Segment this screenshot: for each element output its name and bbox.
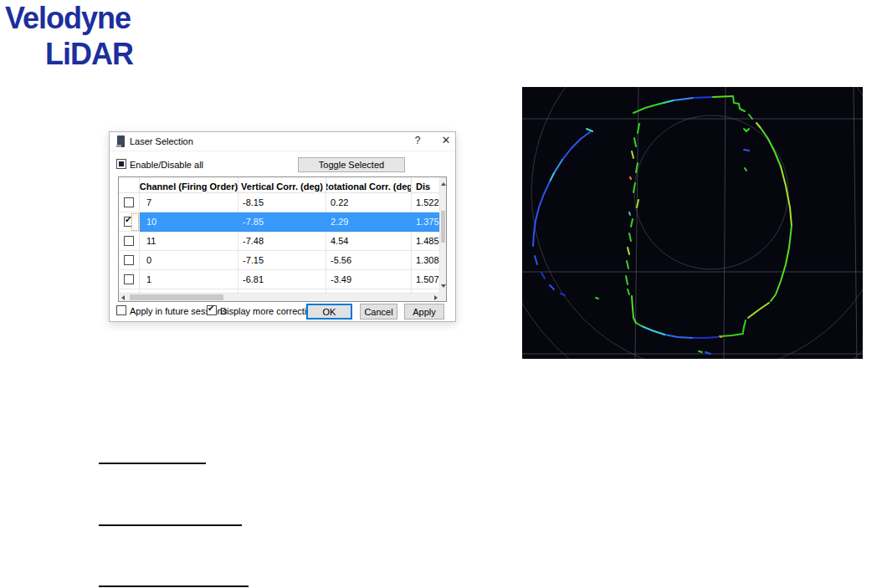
column-header-rotational-corr[interactable]: Rotational Corr. (deg) xyxy=(326,177,412,193)
table-cell: 1.522 xyxy=(412,193,440,212)
table-cell: -5.56 xyxy=(326,251,412,270)
table-cell: -7.48 xyxy=(238,232,326,251)
apply-button[interactable]: Apply xyxy=(404,304,444,320)
enable-all-checkbox[interactable] xyxy=(116,159,126,169)
dialog-footer: Apply in future sessions Display more co… xyxy=(110,304,457,320)
laser-table-body: 7-8.150.221.52210-7.852.291.37511-7.484.… xyxy=(119,193,440,289)
pointcloud-figure xyxy=(522,87,863,359)
row-checkbox[interactable] xyxy=(124,197,134,207)
table-row[interactable]: 11-7.484.541.485 xyxy=(119,232,440,251)
table-cell: -7.85 xyxy=(238,212,326,232)
column-header-channel[interactable]: Channel (Firing Order) xyxy=(140,177,238,193)
table-cell: -7.15 xyxy=(238,251,326,270)
table-cell: 1.308 xyxy=(412,251,440,270)
pointcloud-svg xyxy=(522,87,863,359)
dialog-title: Laser Selection xyxy=(130,136,193,146)
lidar-sensor-icon xyxy=(117,135,125,147)
scroll-left-icon[interactable] xyxy=(121,295,125,300)
row-checkbox-cell xyxy=(119,270,140,289)
table-cell: -8.15 xyxy=(238,193,326,212)
column-header-checkbox[interactable] xyxy=(119,177,140,193)
table-row[interactable]: 1-6.81-3.491.507 xyxy=(119,270,440,289)
table-cell: 7 xyxy=(140,193,238,212)
heading-underline-2 xyxy=(99,524,242,526)
table-row[interactable]: 10-7.852.291.375 xyxy=(119,212,440,232)
row-checkbox[interactable] xyxy=(124,274,134,284)
table-cell: 1 xyxy=(140,270,238,289)
table-cell: -6.81 xyxy=(238,270,326,289)
help-button[interactable]: ? xyxy=(411,135,424,148)
heading-underline-3 xyxy=(99,585,249,587)
table-cell: 1.485 xyxy=(412,232,440,251)
table-header: Channel (Firing Order) ˆ Vertical Corr. … xyxy=(119,177,440,193)
row-checkbox-cell xyxy=(119,251,140,270)
table-cell: 10 xyxy=(140,212,238,232)
table-cell: 2.29 xyxy=(326,212,412,232)
cancel-button[interactable]: Cancel xyxy=(360,304,397,320)
table-row[interactable]: 0-7.15-5.561.308 xyxy=(119,251,440,270)
table-row[interactable]: 7-8.150.221.522 xyxy=(119,193,440,212)
row-checkbox-cell xyxy=(119,193,140,212)
table-cell: -3.49 xyxy=(326,270,412,289)
laser-table: Channel (Firing Order) ˆ Vertical Corr. … xyxy=(118,176,447,302)
logo-line-velodyne: Velodyne xyxy=(5,1,131,36)
table-cell: 1.375 xyxy=(412,212,440,232)
scrollbar-corner xyxy=(439,293,446,301)
laser-selection-dialog: Laser Selection ? ✕ Enable/Disable all T… xyxy=(109,131,456,322)
toggle-selected-button[interactable]: Toggle Selected xyxy=(298,157,405,172)
enable-all-label: Enable/Disable all xyxy=(130,160,203,170)
scroll-down-icon[interactable] xyxy=(441,284,446,288)
sort-ascending-icon: ˆ xyxy=(279,177,281,184)
scroll-right-icon[interactable] xyxy=(434,295,438,300)
logo-line-lidar: LiDAR xyxy=(45,37,133,72)
vertical-scrollbar[interactable] xyxy=(439,177,446,294)
apply-future-checkbox[interactable] xyxy=(116,305,126,315)
row-checkbox-cell xyxy=(119,232,140,251)
table-cell: 11 xyxy=(140,232,238,251)
display-more-checkbox[interactable] xyxy=(207,305,217,315)
table-cell: 4.54 xyxy=(326,232,412,251)
table-cell: 1.507 xyxy=(412,270,440,289)
vertical-scrollbar-thumb[interactable] xyxy=(441,211,445,243)
heading-underline-1 xyxy=(99,463,206,464)
scroll-up-icon[interactable] xyxy=(441,182,446,186)
column-header-distance[interactable]: Dis xyxy=(412,177,440,193)
dialog-titlebar: Laser Selection ? ✕ xyxy=(110,132,455,151)
close-icon[interactable]: ✕ xyxy=(438,134,454,149)
horizontal-scrollbar[interactable] xyxy=(119,293,440,301)
horizontal-scrollbar-thumb[interactable] xyxy=(130,294,223,300)
focus-rect xyxy=(131,213,139,231)
ok-button[interactable]: OK xyxy=(306,304,352,320)
column-header-vertical-corr[interactable]: ˆ Vertical Corr. (deg) xyxy=(238,177,326,193)
row-checkbox[interactable] xyxy=(124,236,134,246)
table-cell: 0.22 xyxy=(326,193,412,212)
table-cell: 0 xyxy=(140,251,238,270)
row-checkbox[interactable] xyxy=(124,255,134,265)
